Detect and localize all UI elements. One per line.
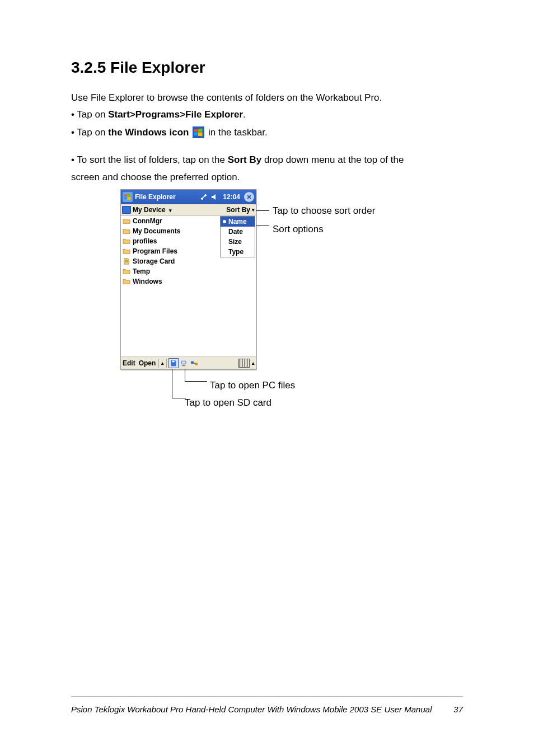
open-menu[interactable]: Open [137,359,158,367]
body-text-sort1-suffix: drop down menu at the top of the [261,154,404,165]
keyboard-icon[interactable] [238,359,250,368]
body-text-line3-strong: the Windows icon [108,127,191,138]
footer-rule [71,696,463,697]
svg-rect-6 [183,365,185,365]
body-text-sort1: • To sort the list of folders, tap on th… [71,154,404,166]
clock-time[interactable]: 12:04 [223,193,240,201]
titlebar: File Explorer 12:04 [121,190,256,204]
body-text-line3-prefix: • Tap on [71,127,108,138]
file-row[interactable]: Storage Card [121,256,256,266]
body-text-intro: Use File Explorer to browse the contents… [71,92,382,104]
location-bar: My Device ▾ Sort By ▾ [121,204,256,216]
svg-rect-5 [182,361,186,364]
sdcard-toolbar-icon[interactable] [168,358,179,368]
file-name: profiles [133,237,157,245]
body-text-windowsicon: • Tap on the Windows icon in the taskbar… [71,126,268,138]
chevron-down-icon: ▾ [252,207,255,213]
sort-option-type[interactable]: Type [221,247,255,257]
sort-option-label: Date [228,228,243,236]
up-arrow-icon[interactable]: ▴ [160,360,165,366]
separator [166,359,167,368]
volume-icon[interactable] [210,192,219,201]
body-text-sort2: screen and choose the preferred option. [71,172,240,183]
bullet-icon [223,220,226,223]
edit-menu[interactable]: Edit [121,359,137,367]
separator [158,359,159,368]
folder-icon [123,238,130,245]
folder-icon [123,228,130,234]
footer-citation: Psion Teklogix Workabout Pro Hand-Held C… [71,705,432,714]
device-icon [122,206,131,214]
folder-icon [123,218,130,224]
callout-sort-order: Tap to choose sort order [273,205,375,217]
sort-option-name[interactable]: Name [221,217,255,227]
windows-flag-icon [193,126,204,138]
chevron-down-icon: ▾ [169,208,172,213]
sort-option-label: Name [228,218,247,226]
location-dropdown[interactable]: My Device ▾ [133,206,226,214]
sort-option-label: Type [228,248,243,256]
svg-rect-9 [195,363,198,365]
footer-citation-text: Psion Teklogix Workabout Pro Hand-Held C… [71,705,432,714]
svg-rect-8 [191,361,194,364]
sdcard-icon [123,258,130,265]
callout-open-pc: Tap to open PC files [210,380,295,391]
sort-option-label: Size [228,238,242,246]
sort-option-size[interactable]: Size [221,237,255,247]
file-name: Windows [133,278,162,285]
command-bar: Edit Open ▴ [121,356,256,369]
body-text-sort1-strong: Sort By [228,154,261,165]
file-row[interactable]: Temp [121,266,256,276]
sort-by-label: Sort By [226,206,250,214]
location-label: My Device [133,206,166,214]
body-text-line3-suffix: in the taskbar. [208,127,268,138]
file-name: ConnMgr [133,217,162,225]
network-toolbar-icon[interactable] [190,359,199,368]
callout-sort-options: Sort options [273,224,324,235]
file-name: Storage Card [133,257,175,265]
file-name: My Documents [133,227,180,235]
close-button[interactable] [244,192,254,202]
app-title: File Explorer [135,193,176,201]
file-name: Program Files [133,247,177,255]
start-icon[interactable] [123,192,133,202]
folder-icon [123,278,130,285]
sort-option-date[interactable]: Date [221,227,255,237]
svg-rect-7 [182,365,186,366]
file-explorer-screenshot: File Explorer 12:04 [120,189,256,370]
body-text-startmenu: • Tap on Start>Programs>File Explorer. [71,109,246,120]
file-name: Temp [133,267,150,275]
sip-arrow-icon[interactable]: ▴ [251,360,256,366]
body-text-line2-strong: Start>Programs>File Explorer [108,109,243,120]
folder-icon [123,248,130,255]
page-number: 37 [453,705,463,714]
folder-icon [123,268,130,275]
body-text-line2-prefix: • Tap on [71,109,108,120]
sort-menu: NameDateSizeType [220,216,255,257]
sort-by-dropdown[interactable]: Sort By ▾ [226,206,255,214]
svg-rect-3 [172,361,175,363]
page-number-text: 37 [453,705,463,714]
callout-open-sdcard: Tap to open SD card [185,397,271,408]
body-text-line2-suffix: . [243,109,246,120]
pc-toolbar-icon[interactable] [180,359,189,368]
body-text-sort1-prefix: • To sort the list of folders, tap on th… [71,154,228,165]
section-title: 3.2.5 File Explorer [71,59,205,77]
connectivity-icon[interactable] [199,192,208,201]
file-row[interactable]: Windows [121,276,256,287]
